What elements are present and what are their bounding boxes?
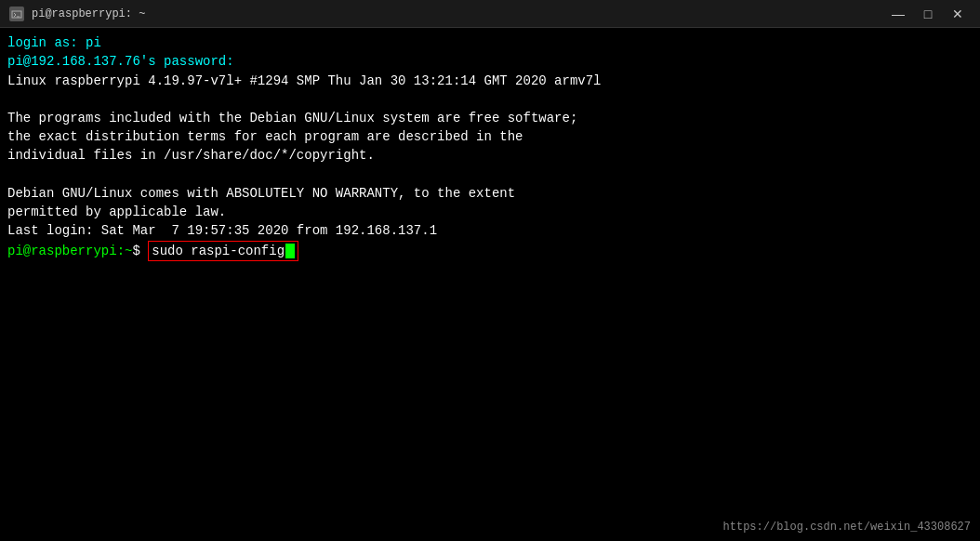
title-bar: pi@raspberrypi: ~ — □ ✕ — [0, 0, 980, 28]
terminal-line: the exact distribution terms for each pr… — [7, 127, 973, 146]
prompt-space — [140, 242, 148, 260]
window-title: pi@raspberrypi: ~ — [32, 7, 145, 20]
minimize-button[interactable]: — — [885, 5, 911, 23]
empty-line — [7, 90, 973, 109]
cursor — [285, 244, 295, 258]
maximize-button[interactable]: □ — [915, 5, 941, 23]
prompt-line: pi@raspberrypi :~ $ sudo raspi-config — [7, 241, 973, 261]
terminal-line: login as: pi — [7, 33, 973, 52]
prompt-user-host: pi@raspberrypi — [7, 242, 117, 260]
terminal-line: Linux raspberrypi 4.19.97-v7l+ #1294 SMP… — [7, 72, 973, 90]
prompt-separator: :~ — [117, 242, 133, 260]
terminal-line: The programs included with the Debian GN… — [7, 109, 973, 127]
terminal-line: pi@192.168.137.76's password: — [7, 52, 973, 71]
terminal-line: permitted by applicable law. — [7, 203, 973, 221]
window-controls: — □ ✕ — [885, 5, 971, 23]
close-button[interactable]: ✕ — [945, 5, 971, 23]
terminal-icon — [9, 7, 24, 21]
command-box: sudo raspi-config — [148, 241, 298, 261]
terminal-line: Debian GNU/Linux comes with ABSOLUTELY N… — [7, 184, 973, 203]
command-text: sudo raspi-config — [152, 242, 285, 260]
terminal-line: Last login: Sat Mar 7 19:57:35 2020 from… — [7, 221, 973, 240]
terminal-window: pi@raspberrypi: ~ — □ ✕ login as: pi pi@… — [0, 0, 980, 541]
prompt-dollar: $ — [132, 242, 139, 260]
title-bar-left: pi@raspberrypi: ~ — [9, 7, 145, 21]
watermark: https://blog.csdn.net/weixin_43308627 — [723, 521, 971, 534]
empty-line — [7, 165, 973, 184]
terminal-line: individual files in /usr/share/doc/*/cop… — [7, 146, 973, 165]
terminal-body[interactable]: login as: pi pi@192.168.137.76's passwor… — [0, 28, 980, 541]
